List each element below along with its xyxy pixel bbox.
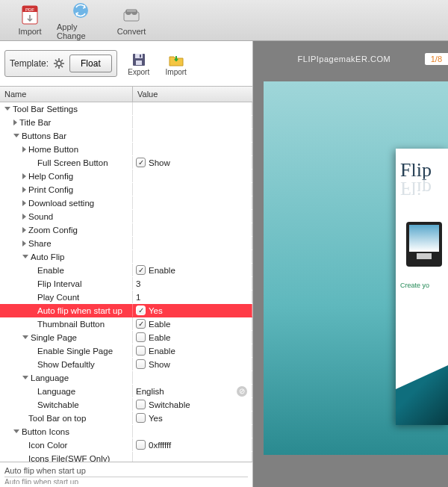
grid-row[interactable]: Language [0,371,252,385]
cell-name[interactable]: Print Config [0,183,133,196]
cell-name[interactable]: Thumbnail Button [0,317,133,330]
cell-name[interactable]: Auto flip when start up [0,304,133,317]
cell-value[interactable] [133,143,252,155]
grid-row[interactable]: Share [0,237,252,250]
cell-value[interactable] [133,210,252,223]
grid-row[interactable]: Home Button [0,143,252,156]
edit-icon[interactable]: ⊘ [237,386,247,397]
cell-name[interactable]: Switchable [0,398,133,411]
grid-row[interactable]: Tool Bar on topYes [0,412,252,425]
checkbox[interactable]: ✓ [136,305,146,315]
cell-name[interactable]: Play Count [0,291,133,303]
cell-name[interactable]: Buttons Bar [0,129,133,142]
cell-value[interactable]: ✓Eable [133,317,252,330]
cell-value[interactable] [133,425,252,438]
cell-name[interactable]: Full Screen Button [0,156,133,169]
book-page[interactable]: Flip Flip Create yo [396,149,448,425]
grid-row[interactable]: SwitchableSwitchable [0,398,252,412]
cell-name[interactable]: Download setting [0,196,133,209]
grid-row[interactable]: Title Bar [0,116,252,129]
chevron-down-icon[interactable] [4,107,10,111]
cell-value[interactable] [133,452,252,462]
chevron-down-icon[interactable] [13,134,19,137]
checkbox[interactable] [136,359,146,369]
cell-name[interactable]: Flip Interval [0,277,133,290]
cell-value[interactable]: 0xffffff [133,438,252,451]
grid-row[interactable]: Enable✓Enable [0,264,252,277]
grid-row[interactable]: Zoom Config [0,223,252,237]
grid-row[interactable]: Help Config [0,170,252,183]
cell-value[interactable]: ✓Show [133,156,252,169]
checkbox[interactable]: ✓ [136,319,146,329]
grid-row[interactable]: Flip Interval3 [0,277,252,291]
cell-name[interactable]: Single Page [0,331,133,344]
grid-row[interactable]: Sound [0,210,252,223]
chevron-down-icon[interactable] [22,335,28,339]
cell-value[interactable]: Yes [133,412,252,424]
export-button[interactable]: Export [123,52,155,76]
grid-row[interactable]: Auto flip when start up✓Yes [0,304,252,317]
chevron-right-icon[interactable] [13,120,17,125]
gear-icon[interactable] [53,58,65,69]
cell-name[interactable]: Tool Bar on top [0,412,133,424]
cell-value[interactable]: ✓Enable [133,264,252,276]
cell-value[interactable]: 3 [133,277,252,290]
grid-row[interactable]: Single PageEable [0,331,252,344]
cell-value[interactable]: ✓Yes [133,304,252,317]
column-header-value[interactable]: Value [133,87,252,102]
chevron-down-icon[interactable] [22,376,28,379]
grid-row[interactable]: Tool Bar Settings [0,102,252,116]
cell-value[interactable]: English⊘ [133,385,252,397]
grid-row[interactable]: Show DefaultlyShow [0,358,252,371]
cell-name[interactable]: Show Defaultly [0,358,133,370]
checkbox[interactable] [136,332,146,342]
cell-name[interactable]: Enable Single Page [0,344,133,357]
grid-row[interactable]: Auto Flip [0,250,252,264]
cell-value[interactable] [133,170,252,182]
cell-value[interactable] [133,237,252,249]
cell-value[interactable] [133,116,252,128]
cell-value[interactable]: Eable [133,331,252,344]
chevron-right-icon[interactable] [22,241,26,246]
cell-value[interactable]: Switchable [133,398,252,411]
grid-row[interactable]: Play Count1 [0,291,252,304]
checkbox[interactable] [136,440,146,450]
chevron-down-icon[interactable] [22,255,28,258]
cell-name[interactable]: Button Icons [0,425,133,438]
checkbox[interactable] [136,346,146,356]
cell-name[interactable]: Auto Flip [0,250,133,263]
chevron-right-icon[interactable] [22,214,26,220]
import-button[interactable]: PDF Import [6,2,54,38]
cell-name[interactable]: Language [0,371,133,384]
chevron-right-icon[interactable] [22,146,26,152]
grid-rows[interactable]: Tool Bar SettingsTitle BarButtons BarHom… [0,102,252,462]
chevron-right-icon[interactable] [22,227,26,233]
cell-name[interactable]: Home Button [0,143,133,155]
cell-value[interactable] [133,250,252,263]
float-button[interactable]: Float [69,55,112,72]
grid-row[interactable]: Full Screen Button✓Show [0,156,252,170]
grid-row[interactable]: Icon Color0xffffff [0,438,252,452]
grid-row[interactable]: Download setting [0,196,252,210]
preview-body[interactable]: Flip Flip Create yo [264,81,448,455]
cell-name[interactable]: Share [0,237,133,249]
cell-value[interactable] [133,223,252,236]
cell-value[interactable] [133,102,252,115]
chevron-down-icon[interactable] [13,429,19,433]
cell-name[interactable]: Tool Bar Settings [0,102,133,115]
grid-row[interactable]: Enable Single PageEnable [0,344,252,358]
cell-value[interactable] [133,129,252,142]
checkbox[interactable]: ✓ [136,265,146,275]
cell-value[interactable] [133,183,252,196]
cell-name[interactable]: Icon Color [0,438,133,451]
import-template-button[interactable]: Import [161,52,192,76]
grid-row[interactable]: LanguageEnglish⊘ [0,385,252,398]
cell-value[interactable]: Show [133,358,252,370]
cell-name[interactable]: Help Config [0,170,133,182]
cell-value[interactable] [133,371,252,384]
cell-value[interactable]: 1 [133,291,252,303]
cell-name[interactable]: Sound [0,210,133,223]
grid-row[interactable]: Print Config [0,183,252,196]
chevron-right-icon[interactable] [22,200,26,206]
chevron-right-icon[interactable] [22,187,26,193]
